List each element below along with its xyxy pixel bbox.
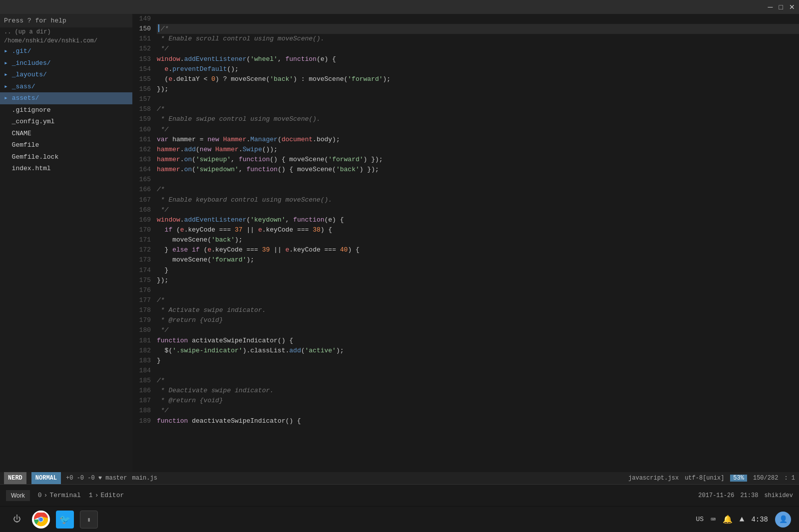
code-line: }); bbox=[157, 275, 799, 285]
code-line: * Enable keyboard control using moveScen… bbox=[157, 195, 799, 205]
code-line: /* bbox=[157, 185, 799, 195]
line-number: 151 bbox=[134, 34, 151, 44]
col-position: : 1 bbox=[784, 475, 795, 482]
code-line: ┃/* bbox=[157, 24, 799, 34]
code-line: } bbox=[157, 266, 799, 275]
work-button[interactable]: Work bbox=[6, 490, 30, 501]
line-number: 166 bbox=[134, 185, 151, 195]
code-line: */ bbox=[157, 325, 799, 335]
line-number: 177 bbox=[134, 295, 151, 305]
sidebar-item-git[interactable]: ▸ .git/ bbox=[0, 45, 132, 57]
line-number: 187 bbox=[134, 396, 151, 406]
sidebar-item-gemfilelock[interactable]: Gemfile.lock bbox=[0, 151, 132, 163]
line-numbers: 1491501511521531541551561571581591601611… bbox=[132, 14, 155, 472]
line-number: 159 bbox=[134, 114, 151, 124]
sidebar-item-indexhtml[interactable]: index.html bbox=[0, 163, 132, 175]
pane-0-num: 0 bbox=[38, 492, 42, 499]
line-number: 178 bbox=[134, 305, 151, 315]
workspace-right: 2017-11-26 21:38 shikidev bbox=[698, 492, 793, 499]
code-line bbox=[157, 285, 799, 295]
vim-mode: NORMAL bbox=[31, 472, 61, 484]
line-number: 183 bbox=[134, 356, 151, 366]
power-icon[interactable]: ⏻ bbox=[8, 511, 26, 529]
code-line: function deactivateSwipeIndicator() { bbox=[157, 416, 799, 426]
pane-0[interactable]: 0 › Terminal bbox=[38, 492, 81, 499]
code-line: * Deactivate swipe indicator. bbox=[157, 386, 799, 396]
code-line: */ bbox=[157, 44, 799, 54]
sidebar-item-assets[interactable]: ▸ assets/ bbox=[0, 92, 132, 104]
code-line: hammer.on('swipedown', function() { move… bbox=[157, 165, 799, 175]
close-button[interactable]: ✕ bbox=[789, 3, 795, 11]
code-line: */ bbox=[157, 406, 799, 416]
line-number: 160 bbox=[134, 125, 151, 135]
code-line: } else if (e.keyCode === 39 || e.keyCode… bbox=[157, 245, 799, 255]
sidebar-item-gitignore[interactable]: .gitignore bbox=[0, 104, 132, 116]
sidebar-item-includes[interactable]: ▸ _includes/ bbox=[0, 57, 132, 69]
sidebar-item-cname[interactable]: CNAME bbox=[0, 128, 132, 140]
code-line: var hammer = new Hammer.Manager(document… bbox=[157, 135, 799, 145]
bell-icon: 🔔 bbox=[723, 515, 733, 525]
workspace-bar: Work 0 › Terminal 1 › Editor 2017-11-26 … bbox=[0, 484, 799, 506]
line-number: 189 bbox=[134, 416, 151, 426]
code-line: /* bbox=[157, 104, 799, 114]
line-number: 186 bbox=[134, 386, 151, 396]
chevron-right-icon: › bbox=[44, 492, 48, 499]
sidebar: Press ? for help .. (up a dir) /home/nsh… bbox=[0, 14, 132, 472]
title-bar: ─ □ ✕ bbox=[0, 0, 799, 14]
line-number: 176 bbox=[134, 285, 151, 295]
code-line: * @return {void} bbox=[157, 396, 799, 406]
twitter-icon[interactable]: 🐦 bbox=[56, 511, 74, 529]
code-line: (e.deltaY < 0) ? moveScene('back') : mov… bbox=[157, 74, 799, 84]
code-line: moveScene('forward'); bbox=[157, 255, 799, 265]
wifi-icon: ▲ bbox=[740, 515, 745, 524]
line-number: 152 bbox=[134, 44, 151, 54]
sidebar-updir[interactable]: .. (up a dir) bbox=[0, 27, 132, 36]
code-line: } bbox=[157, 356, 799, 366]
line-number: 163 bbox=[134, 155, 151, 165]
code-line bbox=[157, 366, 799, 376]
code-line: $('.swipe-indicator').classList.add('act… bbox=[157, 346, 799, 356]
pane-1-label: Editor bbox=[100, 492, 124, 499]
sidebar-header: Press ? for help bbox=[0, 14, 132, 27]
pane-0-label: Terminal bbox=[49, 492, 80, 499]
line-number: 155 bbox=[134, 74, 151, 84]
avatar[interactable]: 👤 bbox=[775, 512, 791, 528]
chrome-icon[interactable] bbox=[32, 511, 50, 529]
line-number: 171 bbox=[134, 235, 151, 245]
line-number: 184 bbox=[134, 366, 151, 376]
code-line: */ bbox=[157, 205, 799, 215]
sidebar-item-config[interactable]: _config.yml bbox=[0, 116, 132, 128]
code-line: * Activate swipe indicator. bbox=[157, 305, 799, 315]
main-area: Press ? for help .. (up a dir) /home/nsh… bbox=[0, 14, 799, 472]
status-bar: NERD NORMAL +0 -0 -0 ♥ master main.js ja… bbox=[0, 472, 799, 484]
line-number: 174 bbox=[134, 266, 151, 275]
line-number: 149 bbox=[134, 14, 151, 24]
terminal-icon[interactable]: ▮ bbox=[80, 511, 98, 529]
maximize-button[interactable]: □ bbox=[779, 3, 783, 11]
line-number: 175 bbox=[134, 275, 151, 285]
line-number: 167 bbox=[134, 195, 151, 205]
line-number: 182 bbox=[134, 346, 151, 356]
editor-area: 1491501511521531541551561571581591601611… bbox=[132, 14, 799, 472]
encoding: utf-8[unix] bbox=[685, 475, 724, 482]
minimize-button[interactable]: ─ bbox=[768, 3, 773, 11]
code-line: moveScene('back'); bbox=[157, 235, 799, 245]
sidebar-item-sass[interactable]: ▸ _sass/ bbox=[0, 81, 132, 93]
code-line: /* bbox=[157, 295, 799, 305]
code-line bbox=[157, 175, 799, 185]
code-line: * Enable swipe control using moveScene()… bbox=[157, 114, 799, 124]
code-line: }); bbox=[157, 84, 799, 94]
code-container: 1491501511521531541551561571581591601611… bbox=[132, 14, 799, 472]
pane-1[interactable]: 1 › Editor bbox=[89, 492, 124, 499]
sidebar-item-layouts[interactable]: ▸ _layouts/ bbox=[0, 69, 132, 81]
code-line: window.addEventListener('wheel', functio… bbox=[157, 54, 799, 64]
code-line: */ bbox=[157, 125, 799, 135]
line-number: 153 bbox=[134, 54, 151, 64]
nerd-mode: NERD bbox=[4, 472, 26, 484]
sidebar-item-gemfile[interactable]: Gemfile bbox=[0, 139, 132, 151]
filetype: javascript.jsx bbox=[628, 475, 679, 482]
code-content[interactable]: ┃/* * Enable scroll control using moveSc… bbox=[155, 14, 799, 472]
line-number: 158 bbox=[134, 104, 151, 114]
chevron-right-icon-2: › bbox=[95, 492, 99, 499]
line-number: 181 bbox=[134, 336, 151, 346]
